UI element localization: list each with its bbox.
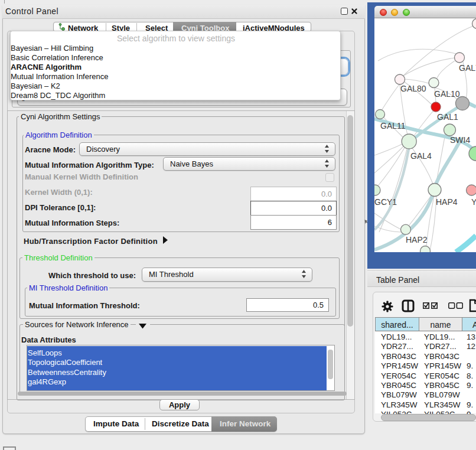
svg-text:GCY1: GCY1 (374, 197, 397, 207)
svg-text:SWI4: SWI4 (450, 135, 470, 145)
svg-text:HAP2: HAP2 (406, 235, 428, 244)
svg-text:HAP4: HAP4 (436, 197, 458, 207)
svg-text:GAL80: GAL80 (400, 84, 426, 93)
svg-text:GAL7: GAL7 (459, 63, 476, 73)
svg-text:GAL11: GAL11 (380, 121, 406, 131)
svg-text:Y: Y (471, 197, 476, 207)
svg-text:GAL1: GAL1 (437, 112, 458, 122)
svg-text:GAL10: GAL10 (434, 89, 460, 99)
svg-text:GAL4: GAL4 (410, 151, 432, 161)
